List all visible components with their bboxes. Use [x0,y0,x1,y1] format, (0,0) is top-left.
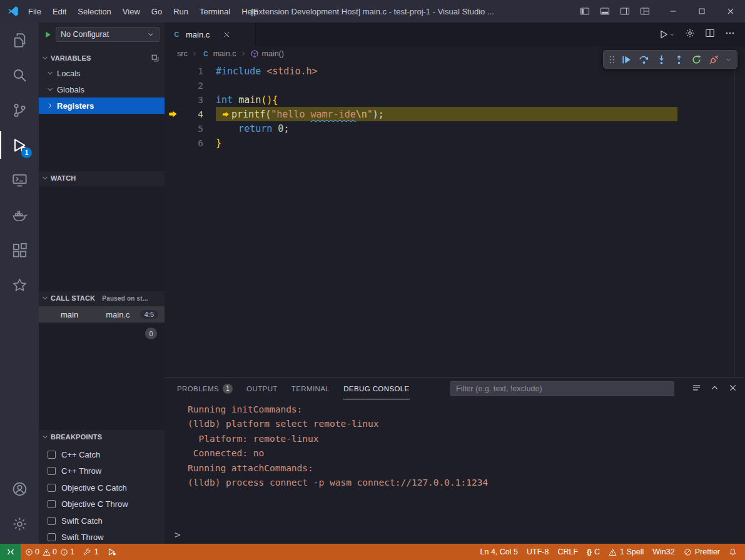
console-line: (lldb) process connect -p wasm connect:/… [188,476,745,490]
breakpoint-checkbox[interactable] [48,451,56,459]
activity-item-docker[interactable] [0,198,39,232]
breadcrumb-item-mainc[interactable]: Cmain.c [201,49,236,58]
close-button[interactable] [728,383,737,395]
disconnect-button[interactable] [706,51,722,68]
breakpoint-row[interactable]: C++ Catch [39,446,165,463]
gear-button[interactable] [685,28,695,41]
breakpoint-checkbox[interactable] [48,500,56,508]
toggle-secondary-sidebar-button[interactable] [616,2,634,20]
breakpoint-checkbox[interactable] [48,517,56,525]
chevron-right-icon [191,51,198,57]
output-lines-button[interactable] [692,383,701,395]
launch-config-dropdown[interactable]: No Configurat [56,27,160,42]
tab-main-c[interactable]: C main.c [165,22,256,46]
menu-selection[interactable]: Selection [72,5,116,18]
breakpoint-row[interactable]: Swift Catch [39,512,165,529]
remote-indicator[interactable] [0,544,21,560]
activity-item-extensions[interactable] [0,232,39,268]
activity-item-search[interactable] [0,58,39,92]
debug-status[interactable] [103,544,121,560]
breadcrumb-label: main() [262,49,284,58]
chevron-up-button[interactable] [710,383,719,395]
call-stack-frame[interactable]: main main.c 4:5 [39,306,165,322]
breakpoint-row[interactable]: Swift Throw [39,529,165,544]
panel-header: PROBLEMS1OUTPUTTERMINALDEBUG CONSOLE [165,378,745,399]
debug-console-output[interactable]: Running initCommands:(lldb) platform sel… [165,399,745,544]
variables-row-locals[interactable]: Locals [39,65,165,81]
run-icon [659,29,669,39]
more-button[interactable] [725,28,735,41]
code-editor[interactable]: 1#include <stdio.h>23int main(){4 printf… [165,61,745,378]
panel-tab-problems[interactable]: PROBLEMS1 [177,378,233,399]
status-prettier[interactable]: Prettier [679,544,724,560]
status-label: UTF-8 [527,548,549,556]
toggle-secondary-sidebar-icon [620,6,630,16]
drag-grip-button[interactable] [607,51,617,68]
menu-edit[interactable]: Edit [47,5,72,18]
status-encoding[interactable]: UTF-8 [522,544,553,560]
console-line: Running initCommands: [188,402,745,417]
activity-item-source-control[interactable] [0,92,39,128]
panel-tab-output[interactable]: OUTPUT [246,378,278,399]
status-platform[interactable]: Win32 [648,544,679,560]
step-over-button[interactable] [636,51,652,68]
toggle-panel-button[interactable] [596,2,614,20]
maximize-button[interactable] [687,0,716,22]
continue-button[interactable] [618,51,635,68]
console-filter-input[interactable] [450,381,674,396]
split-editor-button[interactable] [705,28,715,41]
status-spell[interactable]: 1 Spell [604,544,648,560]
toggle-sidebar-button[interactable] [576,2,594,20]
breadcrumb-item-src[interactable]: src [177,49,188,58]
customize-layout-button[interactable] [636,2,654,20]
gutter[interactable] [165,109,181,119]
breakpoint-checkbox[interactable] [48,467,56,475]
call-stack-section-header[interactable]: CALL STACK Paused on st... [39,291,165,305]
variables-row-globals[interactable]: Globals [39,81,165,98]
start-debugging-icon[interactable] [44,31,52,39]
activity-item-remote-explorer[interactable] [0,162,39,198]
variables-row-registers[interactable]: Registers [39,98,165,114]
breakpoint-checkbox[interactable] [48,533,56,541]
run-button[interactable] [659,29,675,39]
dropdown-button[interactable] [723,51,734,68]
c-file-icon: C [201,49,210,58]
status-language-mode[interactable]: {}C [582,544,604,560]
line-text: return 0; [203,123,289,134]
close-button[interactable] [716,0,745,22]
close-tab-icon[interactable] [223,31,231,39]
watch-section-header[interactable]: WATCH [39,171,165,185]
menu-file[interactable]: File [23,5,47,18]
menu-run[interactable]: Run [168,5,194,18]
breadcrumb-item-main[interactable]: main() [250,49,284,58]
variables-section-header[interactable]: VARIABLES [39,51,165,65]
status-cursor-position[interactable]: Ln 4, Col 5 [476,544,522,560]
status-eol[interactable]: CRLF [553,544,582,560]
menu-view[interactable]: View [117,5,146,18]
panel-tab-terminal[interactable]: TERMINAL [291,378,330,399]
breakpoint-row[interactable]: C++ Throw [39,463,165,480]
activity-item-gear[interactable] [0,506,39,541]
activity-item-run-debug[interactable]: 1 [0,128,39,162]
breakpoint-checkbox[interactable] [48,484,56,492]
status-notifications[interactable] [724,544,741,560]
activity-item-star[interactable] [0,268,39,302]
minimize-button[interactable] [659,0,687,22]
breakpoint-row[interactable]: Objective C Throw [39,496,165,513]
activity-item-account[interactable] [0,471,39,506]
menu-go[interactable]: Go [146,5,168,18]
restart-button[interactable] [688,51,705,68]
activity-item-explorer[interactable] [0,22,39,58]
tools-status[interactable]: 1 [79,544,103,560]
problems-status[interactable]: 001 [21,544,79,560]
menu-terminal[interactable]: Terminal [194,5,236,18]
chevron-right-icon [46,102,54,109]
breakpoints-section-header[interactable]: BREAKPOINTS [39,430,165,444]
collapse-all-icon[interactable] [151,54,160,62]
step-out-button[interactable] [671,51,687,68]
step-into-button[interactable] [653,51,670,68]
breakpoints-title: BREAKPOINTS [51,433,102,441]
panel-tab-debug-console[interactable]: DEBUG CONSOLE [343,378,410,399]
status-bar-right: Ln 4, Col 5UTF-8CRLF{}C1 SpellWin32Prett… [476,544,745,560]
breakpoint-row[interactable]: Objective C Catch [39,479,165,496]
